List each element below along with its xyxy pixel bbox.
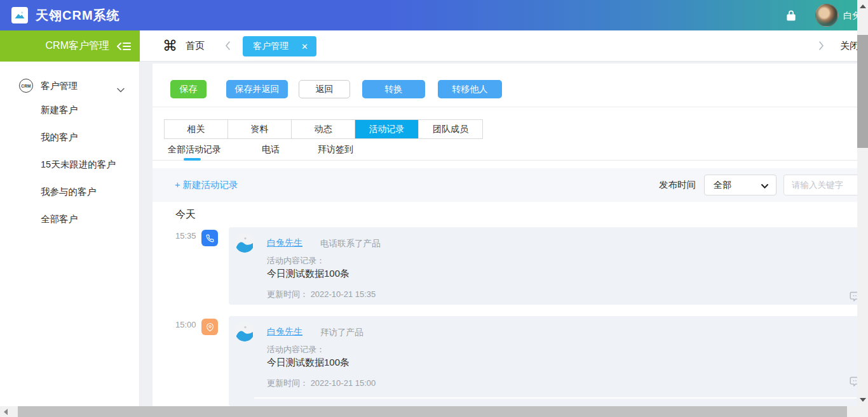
app-title: 天翎CRM系统	[36, 0, 120, 30]
sidebar-item-15day-unfollowed[interactable]: 15天未跟进的客户	[41, 157, 136, 172]
menu-fold-icon[interactable]	[117, 41, 131, 51]
subtab-phone[interactable]: 电话	[262, 141, 280, 160]
sidebar-header: CRM客户管理	[0, 30, 140, 62]
top-header-bar: 天翎CRM系统 白兔	[0, 0, 868, 30]
content-panel: 保存 保存并返回 返回 转换 转移他人 相关 资料 动态 活动记录 团队成员 全…	[153, 63, 868, 406]
sidebar-title: CRM客户管理	[46, 39, 109, 53]
contact-name-link[interactable]: 白兔先生	[267, 237, 302, 249]
content-label: 活动内容记录：	[267, 344, 325, 355]
app-logo	[11, 7, 28, 23]
vertical-scrollbar-thumb[interactable]	[857, 35, 868, 148]
publish-time-select[interactable]: 全部	[704, 175, 776, 195]
update-time-label: 更新时间：	[267, 289, 308, 299]
subtab-all-records[interactable]: 全部活动记录	[168, 141, 221, 160]
user-avatar[interactable]	[815, 4, 838, 27]
breadcrumb-bar: ⌘ 首页 客户管理 ✕ 关闭	[140, 30, 868, 62]
update-time-value: 2022-10-21 15:00	[311, 378, 376, 388]
image-avatar-icon	[235, 322, 254, 341]
filter-bar: + 新建活动记录 发布时间 全部	[153, 168, 868, 202]
tab-related[interactable]: 相关	[165, 120, 228, 138]
keyword-search-input[interactable]	[783, 175, 868, 195]
location-pin-icon	[201, 319, 218, 335]
activity-subtabs: 全部活动记录 电话 拜访签到	[153, 141, 868, 161]
divider	[153, 107, 868, 107]
tab-activity-records[interactable]: 活动记录	[355, 120, 419, 138]
breadcrumb-home[interactable]: 首页	[186, 30, 205, 61]
scroll-down-arrow[interactable]	[860, 398, 866, 402]
crm-app-window: 天翎CRM系统 白兔 CRM客户管理 CRM 客户管理	[0, 0, 868, 417]
update-time-label: 更新时间：	[267, 378, 308, 388]
activity-card: 白兔先生 拜访了产品 活动内容记录： 今日测试数据100条 更新时间： 2022…	[229, 316, 868, 406]
save-and-return-button[interactable]: 保存并返回	[226, 80, 288, 98]
vertical-scrollbar[interactable]	[857, 0, 868, 406]
horizontal-scrollbar[interactable]	[0, 406, 857, 417]
contact-name-link[interactable]: 白兔先生	[267, 326, 302, 338]
tab-dynamics[interactable]: 动态	[292, 120, 355, 138]
update-time-text: 更新时间： 2022-10-21 15:00	[267, 378, 376, 389]
save-button[interactable]: 保存	[170, 80, 207, 98]
close-icon[interactable]: ✕	[301, 43, 308, 51]
picture-logo-icon	[13, 9, 26, 22]
sidebar-item-participated[interactable]: 我参与的客户	[41, 184, 136, 199]
entry-time: 15:35	[175, 231, 196, 241]
breadcrumb-tab-customer-management[interactable]: 客户管理 ✕	[243, 36, 316, 56]
subtab-visit-checkin[interactable]: 拜访签到	[318, 141, 353, 160]
new-activity-record-link[interactable]: + 新建活动记录	[175, 168, 238, 202]
publish-time-label: 发布时间	[659, 168, 696, 202]
sidebar-item-my-customers[interactable]: 我的客户	[41, 129, 136, 145]
close-tabs-menu[interactable]: 关闭	[840, 30, 859, 61]
chevron-down-icon	[117, 84, 125, 95]
scroll-left-arrow[interactable]	[4, 409, 8, 415]
active-subtab-underline	[184, 158, 201, 161]
back-button[interactable]: 返回	[299, 80, 350, 98]
lock-icon[interactable]	[786, 10, 796, 22]
tab-profile[interactable]: 资料	[228, 120, 292, 138]
chevron-left-icon[interactable]	[225, 41, 231, 53]
comment-input-divider	[254, 397, 857, 399]
sidebar-item-new-customer[interactable]: 新建客户	[41, 102, 136, 117]
horizontal-scrollbar-thumb[interactable]	[18, 406, 847, 417]
content-label: 活动内容记录：	[267, 255, 325, 267]
phone-icon	[201, 230, 218, 246]
select-caret-icon	[761, 180, 768, 191]
sidebar-item-all-customers[interactable]: 全部客户	[41, 211, 136, 227]
activity-action-text: 电话联系了产品	[320, 238, 381, 249]
activity-action-text: 拜访了产品	[320, 327, 363, 338]
content-text: 今日测试数据100条	[267, 268, 349, 280]
grid-icon[interactable]: ⌘	[163, 37, 177, 55]
update-time-text: 更新时间： 2022-10-21 15:35	[267, 289, 376, 300]
scroll-up-arrow[interactable]	[860, 4, 866, 8]
publish-time-select-value: 全部	[714, 180, 761, 191]
content-text: 今日测试数据100条	[267, 357, 349, 369]
detail-tabbar: 相关 资料 动态 活动记录 团队成员	[164, 119, 483, 139]
sidebar-group-label: 客户管理	[41, 73, 78, 98]
entry-time: 15:00	[175, 320, 196, 329]
chevron-right-icon[interactable]	[818, 41, 824, 53]
convert-button[interactable]: 转换	[362, 80, 425, 98]
activity-card: 白兔先生 电话联系了产品 活动内容记录： 今日测试数据100条 更新时间： 20…	[229, 227, 868, 305]
sidebar: CRM 客户管理 新建客户 我的客户 15天未跟进的客户 我参与的客户 全部客户	[0, 62, 140, 406]
sidebar-group-customer-management[interactable]: CRM 客户管理	[0, 73, 140, 98]
update-time-value: 2022-10-21 15:35	[311, 289, 376, 299]
tab-team-members[interactable]: 团队成员	[419, 120, 482, 138]
timeline-day-label: 今天	[175, 208, 196, 222]
image-avatar-icon	[235, 234, 254, 253]
scrollbar-corner	[857, 406, 868, 417]
transfer-other-button[interactable]: 转移他人	[438, 80, 502, 98]
breadcrumb-tab-label: 客户管理	[253, 41, 288, 52]
crm-badge-icon: CRM	[19, 79, 33, 93]
